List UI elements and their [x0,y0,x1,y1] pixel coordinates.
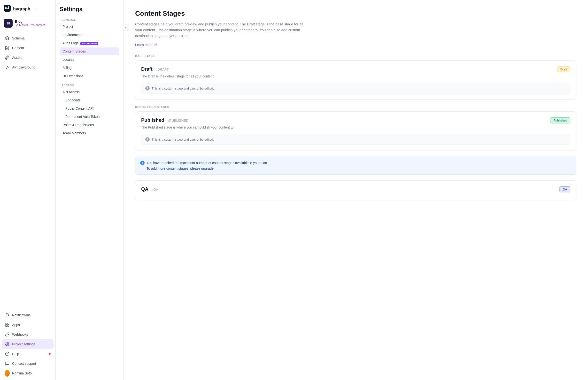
sidebar-item-schema[interactable]: Schema [2,33,54,43]
settings-item-locales[interactable]: Locales [59,56,119,63]
project-info: Blog ⎇ Master Environment [15,19,45,27]
sidebar-item-help[interactable]: Help [2,349,54,359]
published-stage-badge: Published [550,117,570,123]
learn-more-text: Learn more [135,43,153,47]
logo-dots: ··· [33,7,37,11]
svg-rect-3 [6,323,7,324]
draft-system-notice: This is a system stage and cannot be edi… [152,87,214,90]
draft-stage-badge: Draft [557,66,570,72]
help-icon [5,351,10,356]
settings-item-permanent-auth-tokens[interactable]: Permanent Auth Tokens [59,113,119,120]
destination-stages-label: DESTINATION STAGES [135,106,576,108]
left-sidebar: hygraph ··· BI Blog ⎇ Master Environment… [0,0,56,380]
sidebar-item-notifications[interactable]: Notifications [2,310,54,320]
play-icon [5,65,10,70]
published-stage-title: Published [141,117,164,123]
svg-rect-5 [8,325,9,326]
upgrade-notice: i You have reached the maximum number of… [135,157,576,174]
settings-item-billing[interactable]: Billing [59,64,119,72]
enterprise-badge: ENTERPRISE [80,42,98,45]
learn-more-link[interactable]: Learn more [135,43,157,47]
page-description: Content stages help you draft, preview a… [135,21,305,39]
svg-rect-4 [8,323,9,324]
settings-item-environments[interactable]: Environments [59,31,119,39]
published-stage-description: The Published stage is where you can pub… [141,125,570,129]
logo-text: hygraph [13,6,30,12]
settings-item-project[interactable]: Project [59,23,119,31]
edit-icon [5,45,10,50]
project-selector[interactable]: BI Blog ⎇ Master Environment [0,17,56,32]
info-icon: i [145,86,150,91]
settings-item-audit-logs[interactable]: Audit LogsENTERPRISE [59,39,119,47]
upgrade-info-icon: i [140,161,145,165]
sidebar-item-api-playground[interactable]: API playground [2,62,54,72]
settings-item-content-stages[interactable]: Content Stages [59,47,119,55]
env-icon: ⎇ [15,24,18,27]
upgrade-link[interactable]: To add more content stages, please upgra… [147,167,571,171]
api-playground-label: API playground [12,65,35,69]
project-settings-label: Project settings [12,342,35,346]
grid-icon [5,323,10,327]
sidebar-item-project-settings[interactable]: Project settings [2,339,54,349]
qa-stage-card: QA #QA QA [135,180,576,200]
sidebar-item-apps[interactable]: Apps [2,320,54,330]
drag-handle[interactable]: ⠿ [134,129,136,133]
svg-rect-6 [6,325,7,326]
sidebar-item-user[interactable]: Romina Soto [2,368,54,378]
collapse-sidebar-button[interactable] [122,24,129,31]
env-label: Master Environment [19,23,45,27]
settings-title: Settings [59,6,119,13]
svg-marker-2 [6,66,9,69]
settings-item-ui-extensions[interactable]: UI Extensions [59,72,119,80]
qa-stage-title-area: QA #QA [141,186,158,192]
svg-marker-1 [6,37,9,38]
user-name-label: Romina Soto [12,371,32,375]
sidebar-bottom: Notifications Apps Webhooks Project sett… [0,308,56,380]
settings-panel: Settings GENERAL Project Environments Au… [56,0,123,380]
draft-stage-title: Draft [141,66,153,72]
settings-item-roles-permissions[interactable]: Roles & Permissions [59,121,119,129]
apps-label: Apps [12,323,20,327]
contact-support-label: Contact support [12,361,36,365]
draft-stage-hash: #DRAFT [156,68,169,71]
page-title: Content Stages [135,10,576,18]
main-content: Content Stages Content stages help you d… [123,0,588,380]
webhooks-label: Webhooks [12,333,28,336]
settings-item-api-access[interactable]: API Access [59,88,119,96]
qa-stage-badge: QA [559,186,570,192]
qa-stage-title: QA [141,186,148,192]
help-label: Help [12,352,19,356]
settings-item-endpoints[interactable]: Endpoints [59,96,119,104]
general-section-label: GENERAL [59,19,119,21]
sidebar-item-contact-support[interactable]: Contact support [2,359,54,368]
webhook-icon [5,332,10,337]
sidebar-navigation: Schema Content Assets API playground [0,32,56,308]
settings-item-team-members[interactable]: Team Members [59,129,119,137]
draft-stage-info: i This is a system stage and cannot be e… [141,83,570,94]
logo-area[interactable]: hygraph ··· [0,0,56,17]
project-name: Blog [15,19,45,23]
assets-icon [5,55,10,60]
settings-item-public-content-api[interactable]: Public Content API [59,105,119,112]
project-avatar: BI [4,19,13,28]
layers-icon [5,36,10,41]
help-notification-dot [49,353,51,355]
schema-label: Schema [12,36,24,40]
message-icon [5,361,10,366]
base-stage-label: BASE STAGE [135,55,576,57]
user-avatar-icon [5,371,10,376]
svg-point-7 [7,344,8,345]
draft-stage-description: The Draft is the default stage for all y… [141,74,570,78]
draft-stage-card: Draft #DRAFT Draft The Draft is the defa… [135,60,576,100]
draft-stage-title-area: Draft #DRAFT [141,66,169,72]
published-stage-hash: #PUBLISHED [167,119,188,122]
sidebar-item-content[interactable]: Content [2,43,54,53]
sidebar-item-webhooks[interactable]: Webhooks [2,330,54,339]
content-label: Content [12,46,24,50]
notifications-label: Notifications [12,313,31,317]
gear-icon [5,342,10,347]
sidebar-item-assets[interactable]: Assets [2,53,54,62]
upgrade-notice-row: i You have reached the maximum number of… [140,161,571,165]
bell-icon [5,313,10,318]
assets-label: Assets [12,56,22,59]
